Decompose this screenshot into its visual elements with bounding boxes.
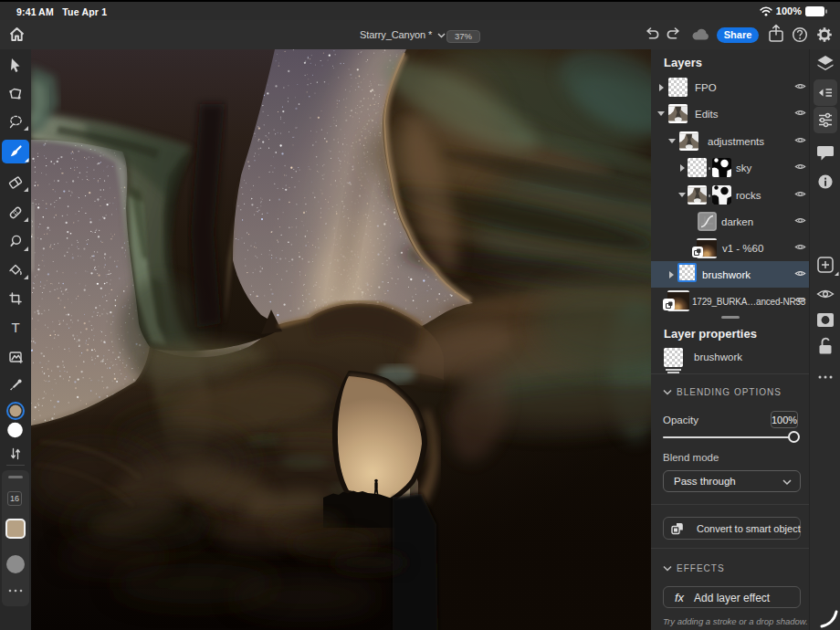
svg-text:T: T <box>11 320 19 335</box>
